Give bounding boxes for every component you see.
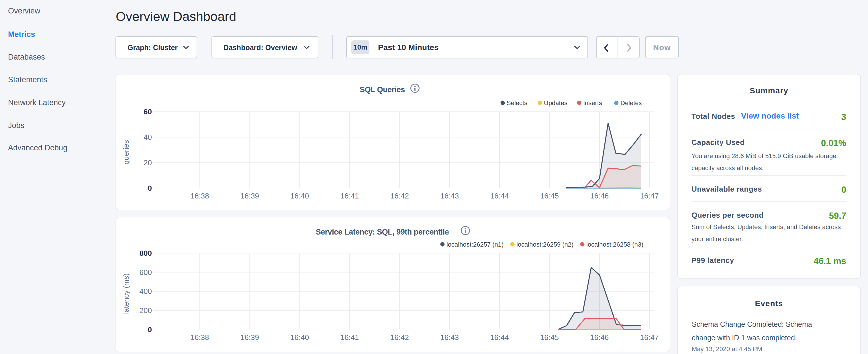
svg-text:localhost:26257 (n1): localhost:26257 (n1) [446, 241, 503, 248]
svg-text:0: 0 [148, 184, 152, 192]
svg-text:16:43: 16:43 [440, 192, 459, 200]
svg-text:16:42: 16:42 [390, 192, 409, 200]
svg-text:Selects: Selects [507, 99, 527, 106]
svg-text:40: 40 [144, 133, 152, 141]
svg-text:400: 400 [140, 287, 152, 296]
svg-text:Inserts: Inserts [583, 99, 602, 106]
svg-text:16:46: 16:46 [590, 333, 609, 342]
svg-text:16:41: 16:41 [340, 192, 359, 200]
svg-text:200: 200 [140, 306, 152, 315]
svg-text:20: 20 [144, 158, 152, 167]
svg-text:16:40: 16:40 [290, 192, 309, 200]
svg-text:Service Latency: SQL, 99th per: Service Latency: SQL, 99th percentile [316, 228, 449, 236]
svg-text:16:42: 16:42 [390, 333, 409, 342]
svg-text:60: 60 [144, 107, 152, 116]
svg-text:16:47: 16:47 [640, 192, 659, 200]
svg-text:600: 600 [140, 268, 152, 277]
svg-text:queries: queries [122, 140, 130, 164]
svg-text:16:38: 16:38 [190, 192, 209, 200]
svg-text:800: 800 [140, 249, 152, 257]
svg-text:16:45: 16:45 [540, 192, 559, 200]
svg-text:localhost:26259 (n2): localhost:26259 (n2) [517, 241, 574, 248]
svg-text:localhost:26258 (n3): localhost:26258 (n3) [586, 241, 643, 248]
svg-text:0: 0 [148, 325, 152, 334]
svg-text:16:44: 16:44 [490, 192, 509, 200]
svg-text:16:43: 16:43 [440, 333, 459, 342]
svg-text:16:39: 16:39 [241, 333, 259, 342]
svg-text:SQL Queries: SQL Queries [360, 85, 405, 94]
svg-text:latency (ms): latency (ms) [122, 273, 130, 314]
svg-text:16:47: 16:47 [640, 333, 659, 342]
svg-text:16:44: 16:44 [490, 333, 509, 342]
svg-text:16:39: 16:39 [241, 192, 259, 200]
svg-text:Updates: Updates [544, 99, 567, 106]
svg-text:16:46: 16:46 [590, 192, 609, 200]
svg-text:Deletes: Deletes [620, 99, 642, 106]
svg-text:16:40: 16:40 [290, 333, 309, 342]
svg-text:16:38: 16:38 [190, 333, 209, 342]
svg-text:16:41: 16:41 [340, 333, 359, 342]
svg-text:16:45: 16:45 [540, 333, 559, 342]
